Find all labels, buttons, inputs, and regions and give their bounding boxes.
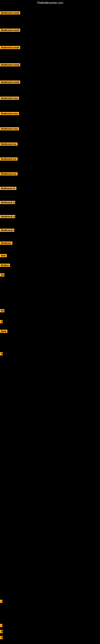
bottleneck-badge: | [0, 624, 2, 627]
bottleneck-badge: Bottleneck result [0, 80, 20, 84]
site-title: TheBottlenecker.com [0, 0, 100, 6]
bottleneck-badge: Bottleneck res [0, 158, 18, 160]
bottleneck-badge: Bottleneck result [0, 11, 20, 14]
bottleneck-badge: Bo [0, 273, 4, 276]
bottleneck-badge: Bottleneck res [0, 142, 18, 146]
bottleneck-badge: Bottlenec [0, 242, 12, 245]
bottleneck-badge: Bottleneck result [0, 46, 20, 49]
bottleneck-badge: Bottleneck resu [0, 127, 19, 130]
bottleneck-badge: Bottl [0, 330, 7, 333]
bottleneck-badge: B [0, 636, 3, 639]
bottleneck-badge: Bottleneck re [0, 228, 14, 232]
bottleneck-badge: Bottleneck re [0, 215, 15, 218]
bottleneck-badge: Bott [0, 254, 7, 257]
bottleneck-badge: B [0, 352, 3, 356]
bottleneck-badge: Bottleneck resu [0, 112, 19, 115]
bottleneck-badge: Bottlen [0, 264, 10, 267]
bottleneck-badge: Bottleneck re [0, 201, 15, 204]
bottleneck-badge: Bo [0, 309, 4, 312]
bottleneck-badge: B [0, 630, 3, 633]
bottleneck-badge: Bottleneck resu [0, 96, 19, 100]
bottleneck-badge: Bottleneck result [0, 63, 20, 66]
bottleneck-badge: | [0, 600, 2, 603]
bottleneck-badge: Bottleneck result [0, 28, 20, 32]
bottleneck-badge: Bottleneck re [0, 187, 16, 190]
bottleneck-badge: B [0, 320, 3, 323]
bottleneck-badge: Bottleneck res [0, 172, 18, 176]
